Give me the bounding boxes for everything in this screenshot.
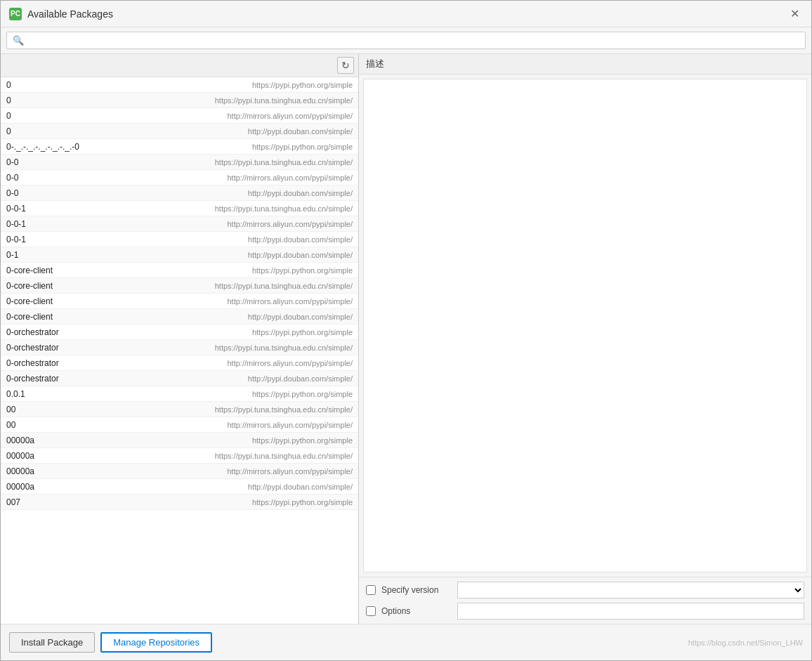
version-select[interactable] [457, 582, 804, 598]
package-source: http://mirrors.aliyun.com/pypi/simple/ [228, 174, 353, 182]
search-wrapper: 🔍 [6, 32, 806, 49]
package-name: 0-core-client [6, 281, 53, 291]
table-row[interactable]: 007https://pypi.python.org/simple [1, 495, 358, 510]
package-source: http://pypi.douban.com/simple/ [248, 127, 353, 136]
package-source: http://mirrors.aliyun.com/pypi/simple/ [228, 220, 353, 228]
options-row: Options [366, 603, 804, 620]
package-source: https://pypi.python.org/simple [252, 143, 353, 151]
search-bar: 🔍 [1, 27, 811, 54]
close-button[interactable]: ✕ [786, 6, 803, 22]
options-label: Options [381, 606, 452, 616]
table-row[interactable]: 00000ahttps://pypi.tuna.tsinghua.edu.cn/… [1, 448, 358, 464]
list-header: ↻ [1, 54, 358, 77]
table-row[interactable]: 0-._.-._.-._.-._.-._.-0https://pypi.pyth… [1, 139, 358, 155]
package-source: http://mirrors.aliyun.com/pypi/simple/ [228, 112, 353, 120]
package-name: 0-orchestrator [6, 327, 59, 337]
package-source: https://pypi.python.org/simple [252, 81, 353, 89]
table-row[interactable]: 0-1http://pypi.douban.com/simple/ [1, 247, 358, 263]
package-source: http://pypi.douban.com/simple/ [248, 374, 353, 383]
package-source: http://pypi.douban.com/simple/ [248, 313, 353, 321]
main-window: PC Available Packages ✕ 🔍 ↻ 0https://pyp… [0, 0, 812, 661]
package-source: https://pypi.tuna.tsinghua.edu.cn/simple… [215, 405, 353, 414]
table-row[interactable]: 0.0.1https://pypi.python.org/simple [1, 386, 358, 402]
package-name: 00000a [6, 451, 34, 461]
package-source: https://pypi.python.org/simple [252, 498, 353, 506]
install-package-button[interactable]: Install Package [9, 632, 95, 653]
package-source: http://pypi.douban.com/simple/ [248, 251, 353, 259]
main-content: ↻ 0https://pypi.python.org/simple0https:… [1, 54, 811, 624]
table-row[interactable]: 0-0-1http://pypi.douban.com/simple/ [1, 232, 358, 247]
package-list[interactable]: 0https://pypi.python.org/simple0https://… [1, 77, 358, 624]
package-source: http://mirrors.aliyun.com/pypi/simple/ [228, 359, 353, 367]
package-name: 00000a [6, 482, 34, 492]
package-source: https://pypi.tuna.tsinghua.edu.cn/simple… [215, 96, 353, 105]
table-row[interactable]: 0-0http://mirrors.aliyun.com/pypi/simple… [1, 170, 358, 185]
package-name: 0-0-1 [6, 204, 26, 214]
table-row[interactable]: 00https://pypi.tuna.tsinghua.edu.cn/simp… [1, 402, 358, 417]
package-name: 0-core-client [6, 312, 53, 322]
package-name: 00000a [6, 466, 34, 476]
package-name: 007 [6, 497, 20, 507]
table-row[interactable]: 0-orchestratorhttp://mirrors.aliyun.com/… [1, 355, 358, 371]
package-name: 0-orchestrator [6, 343, 59, 353]
package-source: http://pypi.douban.com/simple/ [248, 189, 353, 197]
package-name: 0-orchestrator [6, 374, 59, 384]
package-name: 00000a [6, 436, 34, 445]
package-source: http://mirrors.aliyun.com/pypi/simple/ [228, 297, 353, 306]
package-name: 0 [6, 80, 11, 90]
package-name: 0-orchestrator [6, 358, 59, 368]
table-row[interactable]: 0http://pypi.douban.com/simple/ [1, 124, 358, 139]
table-row[interactable]: 0-core-clienthttps://pypi.tuna.tsinghua.… [1, 278, 358, 294]
options-checkbox[interactable] [366, 606, 376, 616]
package-name: 0-0-1 [6, 219, 26, 229]
package-source: https://pypi.python.org/simple [252, 328, 353, 336]
refresh-button[interactable]: ↻ [337, 57, 354, 74]
table-row[interactable]: 0-0https://pypi.tuna.tsinghua.edu.cn/sim… [1, 155, 358, 170]
table-row[interactable]: 00http://mirrors.aliyun.com/pypi/simple/ [1, 417, 358, 433]
table-row[interactable]: 0-core-clienthttp://mirrors.aliyun.com/p… [1, 294, 358, 309]
table-row[interactable]: 00000ahttps://pypi.python.org/simple [1, 433, 358, 448]
specify-version-label: Specify version [381, 585, 452, 595]
package-name: 0 [6, 126, 11, 136]
search-input[interactable] [28, 35, 799, 46]
package-source: https://pypi.tuna.tsinghua.edu.cn/simple… [215, 158, 353, 166]
table-row[interactable]: 0https://pypi.python.org/simple [1, 77, 358, 93]
window-title: Available Packages [27, 8, 113, 20]
table-row[interactable]: 0-orchestratorhttps://pypi.tuna.tsinghua… [1, 340, 358, 355]
table-row[interactable]: 0-0http://pypi.douban.com/simple/ [1, 185, 358, 201]
search-icon: 🔍 [13, 35, 24, 46]
description-area [363, 79, 807, 572]
table-row[interactable]: 0https://pypi.tuna.tsinghua.edu.cn/simpl… [1, 93, 358, 108]
manage-repositories-button[interactable]: Manage Repositories [100, 632, 212, 653]
package-source: http://mirrors.aliyun.com/pypi/simple/ [228, 421, 353, 429]
package-source: http://pypi.douban.com/simple/ [248, 483, 353, 491]
title-bar-left: PC Available Packages [9, 8, 113, 20]
left-panel: ↻ 0https://pypi.python.org/simple0https:… [1, 54, 359, 624]
package-source: http://mirrors.aliyun.com/pypi/simple/ [228, 467, 353, 476]
app-icon: PC [9, 8, 22, 20]
package-name: 0 [6, 111, 11, 121]
package-name: 0-0-1 [6, 235, 26, 244]
table-row[interactable]: 0-0-1http://mirrors.aliyun.com/pypi/simp… [1, 216, 358, 232]
table-row[interactable]: 0-orchestratorhttp://pypi.douban.com/sim… [1, 371, 358, 386]
package-source: https://pypi.tuna.tsinghua.edu.cn/simple… [215, 452, 353, 460]
package-source: http://pypi.douban.com/simple/ [248, 235, 353, 244]
package-source: https://pypi.python.org/simple [252, 436, 353, 445]
package-name: 0-0 [6, 188, 18, 198]
package-name: 0.0.1 [6, 389, 25, 399]
table-row[interactable]: 00000ahttp://pypi.douban.com/simple/ [1, 479, 358, 495]
package-source: https://pypi.python.org/simple [252, 266, 353, 275]
package-source: https://pypi.tuna.tsinghua.edu.cn/simple… [215, 282, 353, 290]
table-row[interactable]: 0-orchestratorhttps://pypi.python.org/si… [1, 325, 358, 340]
table-row[interactable]: 0http://mirrors.aliyun.com/pypi/simple/ [1, 108, 358, 124]
specify-version-checkbox[interactable] [366, 585, 376, 595]
watermark: https://blog.csdn.net/Simon_LHW [688, 639, 803, 647]
options-input[interactable] [457, 603, 804, 620]
specify-version-row: Specify version [366, 582, 804, 598]
table-row[interactable]: 0-core-clienthttps://pypi.python.org/sim… [1, 263, 358, 278]
package-name: 00 [6, 420, 15, 430]
table-row[interactable]: 0-core-clienthttp://pypi.douban.com/simp… [1, 309, 358, 325]
right-panel: 描述 Specify version Options [359, 54, 811, 624]
table-row[interactable]: 00000ahttp://mirrors.aliyun.com/pypi/sim… [1, 464, 358, 479]
table-row[interactable]: 0-0-1https://pypi.tuna.tsinghua.edu.cn/s… [1, 201, 358, 216]
